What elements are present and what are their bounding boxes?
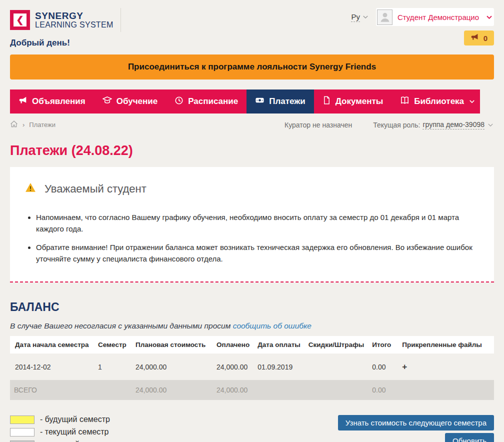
top-controls: Ру Студент Демонстрацио: [351, 8, 494, 26]
notice-bullet: Обратите внимание! При отражении баланса…: [36, 242, 479, 264]
student-notice-box: Уважаемый студент Напоминаем, что соглас…: [10, 167, 494, 282]
refresh-button[interactable]: Обновить: [445, 433, 494, 442]
cell-total: 0.00: [368, 354, 398, 380]
nav-item-library[interactable]: Библиотека: [392, 90, 484, 114]
report-error-link[interactable]: сообщить об ошибке: [233, 322, 312, 330]
page: ❮ SYNERGY LEARNING SYSTEM Добрый день! Р…: [0, 0, 504, 442]
notice-bullet-list: Напоминаем, что согласно Вашему графику …: [25, 212, 479, 264]
legend-label: - будущий семестр: [40, 415, 110, 424]
total-attachments: [398, 380, 494, 400]
banknote-icon: [255, 96, 264, 108]
breadcrumb: › Платежи: [10, 120, 56, 130]
table-total-row: ВСЕГО 24,000.00 24,000.00 0.00: [10, 380, 494, 400]
user-name: Студент Демонстрацио: [398, 13, 484, 22]
total-total: 0.00: [368, 380, 398, 400]
breadcrumb-separator: ›: [22, 121, 24, 128]
legend-swatch-past: [10, 440, 34, 442]
col-header-paid: Оплачено: [212, 336, 254, 354]
role-label: Текущая роль:: [373, 121, 420, 129]
bottom-section: - будущий семестр - текущий семестр - пр…: [10, 415, 494, 442]
nav-item-label: Библиотека: [414, 96, 464, 106]
col-header-total: Итого: [368, 336, 398, 354]
nav-item-announcements[interactable]: Объявления: [10, 90, 94, 114]
table-header-row: Дата начала семестра Семестр Плановая ст…: [10, 336, 494, 354]
nav-item-label: Обучение: [116, 96, 158, 106]
action-buttons: Узнать стоимость следующего семестра Обн…: [338, 415, 494, 442]
table-row: 2014-12-02 1 24,000.00 24,000.00 01.09.2…: [10, 354, 494, 380]
notice-heading: Уважаемый студент: [44, 182, 146, 196]
notice-heading-row: Уважаемый студент: [25, 182, 479, 196]
greeting-text: Добрый день!: [10, 38, 121, 48]
megaphone-icon: [18, 96, 28, 108]
legend-item-current: - текущий семестр: [10, 428, 112, 436]
chevron-down-icon: [468, 98, 476, 105]
nav-item-documents[interactable]: Документы: [314, 90, 392, 114]
legend-label: - прошлый семестр: [40, 440, 112, 442]
document-icon: [322, 96, 331, 107]
loyalty-banner[interactable]: Присоединиться к программе лояльности Sy…: [10, 54, 494, 80]
nav-item-schedule[interactable]: Расписание: [166, 90, 246, 114]
total-discounts: [304, 380, 368, 400]
curator-status: Куратор не назначен: [284, 121, 352, 129]
total-paid: 24,000.00: [212, 380, 254, 400]
language-label: Ру: [351, 12, 360, 22]
chevron-down-icon: [487, 122, 494, 128]
col-header-discounts: Скидки/Штрафы: [304, 336, 368, 354]
notifications-button[interactable]: 0: [464, 30, 494, 46]
header: ❮ SYNERGY LEARNING SYSTEM Добрый день! Р…: [10, 0, 494, 48]
logo-line2: LEARNING SYSTEM: [35, 21, 114, 30]
page-title: Платежи (24.08.22): [10, 143, 494, 158]
cell-discounts: [304, 354, 368, 380]
attachment-expand-button[interactable]: +: [398, 354, 494, 380]
nav-item-label: Документы: [336, 96, 384, 106]
nav-item-label: Объявления: [32, 96, 86, 106]
nav-item-education[interactable]: Обучение: [94, 90, 166, 114]
next-semester-cost-button[interactable]: Узнать стоимость следующего семестра: [338, 415, 494, 430]
total-semester: [94, 380, 132, 400]
col-header-semester-start: Дата начала семестра: [10, 336, 94, 354]
graduation-cap-icon: [102, 96, 112, 108]
balance-note-text: В случае Вашего несогласия с указанными …: [10, 322, 230, 330]
logo-divider: [120, 8, 121, 32]
cell-semester-start: 2014-12-02: [10, 354, 94, 380]
col-header-planned-cost: Плановая стоимость: [132, 336, 212, 354]
logo-chevron-glyph: ❮: [16, 16, 24, 24]
logo-text: SYNERGY LEARNING SYSTEM: [35, 11, 114, 30]
breadcrumb-current: Платежи: [29, 121, 56, 128]
balance-heading: БАЛАНС: [10, 300, 494, 314]
total-label: ВСЕГО: [10, 380, 94, 400]
cell-paid: 24,000.00: [212, 354, 254, 380]
nav-item-payments[interactable]: Платежи: [246, 90, 314, 114]
open-book-icon: [400, 96, 410, 108]
col-header-payment-date: Дата оплаты: [254, 336, 304, 354]
legend: - будущий семестр - текущий семестр - пр…: [10, 415, 112, 442]
legend-swatch-current: [10, 428, 34, 436]
clock-icon: [174, 96, 184, 108]
notice-bullet: Напоминаем, что согласно Вашему графику …: [36, 212, 479, 234]
user-menu[interactable]: Студент Демонстрацио: [376, 8, 494, 26]
warning-icon: [25, 182, 36, 196]
legend-item-past: - прошлый семестр: [10, 440, 112, 442]
main-nav: Объявления Обучение Расписание: [10, 90, 480, 114]
cell-planned-cost: 24,000.00: [132, 354, 212, 380]
breadcrumb-row: › Платежи Куратор не назначен Текущая ро…: [10, 120, 494, 130]
balance-table: Дата начала семестра Семестр Плановая ст…: [10, 336, 494, 400]
avatar: [377, 10, 392, 25]
logo[interactable]: ❮ SYNERGY LEARNING SYSTEM: [10, 8, 121, 32]
nav-item-label: Платежи: [269, 96, 306, 106]
breadcrumb-right: Куратор не назначен Текущая роль: группа…: [284, 120, 494, 130]
nav-item-label: Расписание: [188, 96, 238, 106]
balance-note: В случае Вашего несогласия с указанными …: [10, 322, 494, 330]
megaphone-icon: [470, 33, 479, 43]
home-icon[interactable]: [10, 120, 18, 130]
total-planned-cost: 24,000.00: [132, 380, 212, 400]
synergy-logo-icon: ❮: [10, 10, 30, 30]
role-value: группа демо-39098: [422, 120, 484, 130]
loyalty-banner-label: Присоединиться к программе лояльности Sy…: [128, 62, 376, 72]
legend-label: - текущий семестр: [40, 428, 109, 436]
role-selector[interactable]: Текущая роль: группа демо-39098: [373, 120, 494, 130]
total-payment-date: [254, 380, 304, 400]
notifications-count: 0: [484, 34, 488, 42]
chevron-down-icon: [362, 14, 369, 20]
language-selector[interactable]: Ру: [351, 12, 369, 22]
